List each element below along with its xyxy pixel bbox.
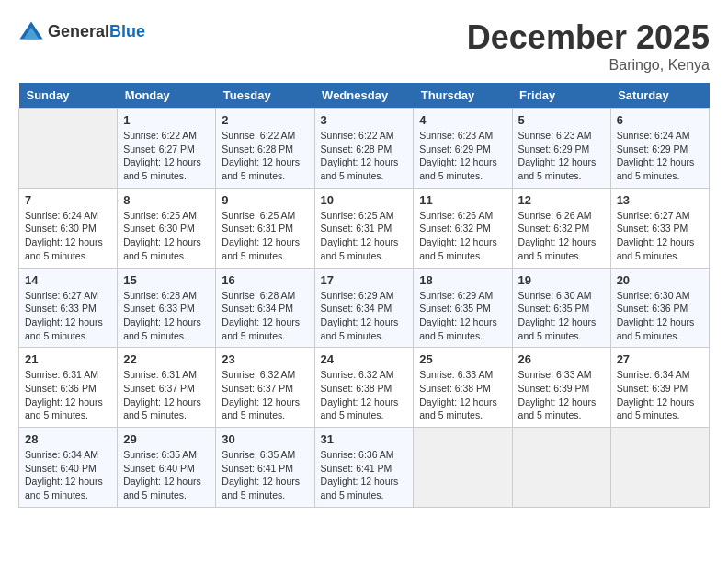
day-info: Sunrise: 6:27 AM Sunset: 6:33 PM Dayligh… xyxy=(25,289,111,343)
page-header: GeneralBlue December 2025 Baringo, Kenya xyxy=(18,18,710,74)
day-info: Sunrise: 6:29 AM Sunset: 6:35 PM Dayligh… xyxy=(419,289,506,343)
day-info: Sunrise: 6:33 AM Sunset: 6:38 PM Dayligh… xyxy=(419,368,506,422)
day-number: 31 xyxy=(321,432,408,446)
month-title: December 2025 xyxy=(467,18,710,57)
calendar-week-row: 28Sunrise: 6:34 AM Sunset: 6:40 PM Dayli… xyxy=(19,428,710,508)
day-number: 3 xyxy=(321,113,408,127)
day-info: Sunrise: 6:25 AM Sunset: 6:31 PM Dayligh… xyxy=(321,209,408,263)
day-info: Sunrise: 6:30 AM Sunset: 6:36 PM Dayligh… xyxy=(617,289,703,343)
calendar-cell: 24Sunrise: 6:32 AM Sunset: 6:38 PM Dayli… xyxy=(314,348,414,428)
calendar-cell: 9Sunrise: 6:25 AM Sunset: 6:31 PM Daylig… xyxy=(216,188,314,268)
day-number: 15 xyxy=(123,273,210,287)
day-number: 25 xyxy=(419,352,506,366)
day-header-friday: Friday xyxy=(512,83,610,109)
calendar-cell: 4Sunrise: 6:23 AM Sunset: 6:29 PM Daylig… xyxy=(414,109,512,189)
day-number: 4 xyxy=(419,113,506,127)
day-number: 28 xyxy=(25,432,111,446)
calendar-cell: 19Sunrise: 6:30 AM Sunset: 6:35 PM Dayli… xyxy=(512,268,610,348)
day-info: Sunrise: 6:22 AM Sunset: 6:28 PM Dayligh… xyxy=(222,129,308,183)
calendar-table: SundayMondayTuesdayWednesdayThursdayFrid… xyxy=(18,83,710,508)
day-number: 12 xyxy=(518,193,605,207)
day-number: 10 xyxy=(321,193,408,207)
day-number: 11 xyxy=(419,193,506,207)
day-info: Sunrise: 6:29 AM Sunset: 6:34 PM Dayligh… xyxy=(321,289,408,343)
day-number: 20 xyxy=(617,273,703,287)
day-info: Sunrise: 6:30 AM Sunset: 6:35 PM Dayligh… xyxy=(518,289,605,343)
calendar-header-row: SundayMondayTuesdayWednesdayThursdayFrid… xyxy=(19,83,710,109)
calendar-cell: 15Sunrise: 6:28 AM Sunset: 6:33 PM Dayli… xyxy=(118,268,216,348)
calendar-cell: 28Sunrise: 6:34 AM Sunset: 6:40 PM Dayli… xyxy=(19,428,118,508)
day-number: 22 xyxy=(123,352,210,366)
day-info: Sunrise: 6:35 AM Sunset: 6:40 PM Dayligh… xyxy=(123,448,210,502)
calendar-cell: 10Sunrise: 6:25 AM Sunset: 6:31 PM Dayli… xyxy=(314,188,414,268)
day-info: Sunrise: 6:23 AM Sunset: 6:29 PM Dayligh… xyxy=(518,129,605,183)
day-header-wednesday: Wednesday xyxy=(314,83,414,109)
calendar-cell: 2Sunrise: 6:22 AM Sunset: 6:28 PM Daylig… xyxy=(216,109,314,189)
day-number: 27 xyxy=(617,352,703,366)
calendar-cell: 3Sunrise: 6:22 AM Sunset: 6:28 PM Daylig… xyxy=(314,109,414,189)
day-info: Sunrise: 6:22 AM Sunset: 6:27 PM Dayligh… xyxy=(123,129,210,183)
day-number: 23 xyxy=(222,352,308,366)
calendar-cell xyxy=(19,109,118,189)
day-header-saturday: Saturday xyxy=(610,83,709,109)
calendar-cell: 17Sunrise: 6:29 AM Sunset: 6:34 PM Dayli… xyxy=(314,268,414,348)
day-info: Sunrise: 6:27 AM Sunset: 6:33 PM Dayligh… xyxy=(617,209,703,263)
calendar-cell: 30Sunrise: 6:35 AM Sunset: 6:41 PM Dayli… xyxy=(216,428,314,508)
calendar-cell: 1Sunrise: 6:22 AM Sunset: 6:27 PM Daylig… xyxy=(118,109,216,189)
logo: GeneralBlue xyxy=(18,18,145,44)
day-info: Sunrise: 6:23 AM Sunset: 6:29 PM Dayligh… xyxy=(419,129,506,183)
logo-text-blue: Blue xyxy=(109,22,145,40)
day-info: Sunrise: 6:32 AM Sunset: 6:37 PM Dayligh… xyxy=(222,368,308,422)
calendar-cell: 26Sunrise: 6:33 AM Sunset: 6:39 PM Dayli… xyxy=(512,348,610,428)
calendar-cell: 11Sunrise: 6:26 AM Sunset: 6:32 PM Dayli… xyxy=(414,188,512,268)
calendar-cell: 25Sunrise: 6:33 AM Sunset: 6:38 PM Dayli… xyxy=(414,348,512,428)
calendar-cell: 8Sunrise: 6:25 AM Sunset: 6:30 PM Daylig… xyxy=(118,188,216,268)
day-info: Sunrise: 6:35 AM Sunset: 6:41 PM Dayligh… xyxy=(222,448,308,502)
day-number: 9 xyxy=(222,193,308,207)
day-info: Sunrise: 6:33 AM Sunset: 6:39 PM Dayligh… xyxy=(518,368,605,422)
calendar-cell: 31Sunrise: 6:36 AM Sunset: 6:41 PM Dayli… xyxy=(314,428,414,508)
day-info: Sunrise: 6:36 AM Sunset: 6:41 PM Dayligh… xyxy=(321,448,408,502)
day-number: 7 xyxy=(25,193,111,207)
calendar-cell: 27Sunrise: 6:34 AM Sunset: 6:39 PM Dayli… xyxy=(610,348,709,428)
day-number: 13 xyxy=(617,193,703,207)
day-info: Sunrise: 6:24 AM Sunset: 6:29 PM Dayligh… xyxy=(617,129,703,183)
day-number: 16 xyxy=(222,273,308,287)
day-info: Sunrise: 6:34 AM Sunset: 6:39 PM Dayligh… xyxy=(617,368,703,422)
calendar-cell: 13Sunrise: 6:27 AM Sunset: 6:33 PM Dayli… xyxy=(610,188,709,268)
day-number: 6 xyxy=(617,113,703,127)
calendar-cell: 20Sunrise: 6:30 AM Sunset: 6:36 PM Dayli… xyxy=(610,268,709,348)
day-info: Sunrise: 6:32 AM Sunset: 6:38 PM Dayligh… xyxy=(321,368,408,422)
day-number: 1 xyxy=(123,113,210,127)
day-header-monday: Monday xyxy=(118,83,216,109)
day-info: Sunrise: 6:26 AM Sunset: 6:32 PM Dayligh… xyxy=(419,209,506,263)
title-block: December 2025 Baringo, Kenya xyxy=(467,18,710,74)
location-title: Baringo, Kenya xyxy=(467,57,710,74)
day-number: 2 xyxy=(222,113,308,127)
day-number: 5 xyxy=(518,113,605,127)
day-header-tuesday: Tuesday xyxy=(216,83,314,109)
calendar-cell: 7Sunrise: 6:24 AM Sunset: 6:30 PM Daylig… xyxy=(19,188,118,268)
calendar-cell: 5Sunrise: 6:23 AM Sunset: 6:29 PM Daylig… xyxy=(512,109,610,189)
calendar-week-row: 1Sunrise: 6:22 AM Sunset: 6:27 PM Daylig… xyxy=(19,109,710,189)
calendar-cell: 29Sunrise: 6:35 AM Sunset: 6:40 PM Dayli… xyxy=(118,428,216,508)
day-number: 21 xyxy=(25,352,111,366)
day-info: Sunrise: 6:22 AM Sunset: 6:28 PM Dayligh… xyxy=(321,129,408,183)
day-number: 24 xyxy=(321,352,408,366)
calendar-cell xyxy=(512,428,610,508)
day-info: Sunrise: 6:28 AM Sunset: 6:33 PM Dayligh… xyxy=(123,289,210,343)
day-number: 19 xyxy=(518,273,605,287)
calendar-cell: 22Sunrise: 6:31 AM Sunset: 6:37 PM Dayli… xyxy=(118,348,216,428)
calendar-cell: 6Sunrise: 6:24 AM Sunset: 6:29 PM Daylig… xyxy=(610,109,709,189)
calendar-cell: 12Sunrise: 6:26 AM Sunset: 6:32 PM Dayli… xyxy=(512,188,610,268)
day-number: 14 xyxy=(25,273,111,287)
calendar-cell: 21Sunrise: 6:31 AM Sunset: 6:36 PM Dayli… xyxy=(19,348,118,428)
day-number: 30 xyxy=(222,432,308,446)
calendar-cell: 16Sunrise: 6:28 AM Sunset: 6:34 PM Dayli… xyxy=(216,268,314,348)
calendar-week-row: 14Sunrise: 6:27 AM Sunset: 6:33 PM Dayli… xyxy=(19,268,710,348)
day-number: 26 xyxy=(518,352,605,366)
day-number: 8 xyxy=(123,193,210,207)
calendar-cell: 18Sunrise: 6:29 AM Sunset: 6:35 PM Dayli… xyxy=(414,268,512,348)
calendar-cell xyxy=(610,428,709,508)
calendar-cell: 23Sunrise: 6:32 AM Sunset: 6:37 PM Dayli… xyxy=(216,348,314,428)
